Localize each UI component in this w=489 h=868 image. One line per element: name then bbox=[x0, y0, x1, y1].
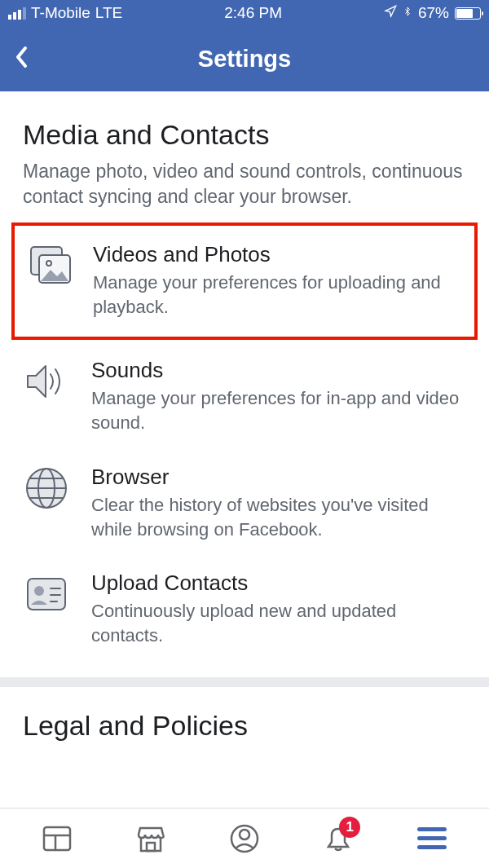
tab-marketplace[interactable] bbox=[132, 820, 170, 857]
battery-icon bbox=[455, 7, 481, 20]
tab-notifications[interactable]: 1 bbox=[319, 820, 357, 857]
setting-title: Upload Contacts bbox=[91, 571, 466, 596]
setting-desc: Clear the history of websites you've vis… bbox=[91, 493, 466, 541]
settings-item-upload-contacts[interactable]: Upload Contacts Continuously upload new … bbox=[0, 556, 489, 662]
photos-icon bbox=[28, 242, 75, 289]
status-right: 67% bbox=[384, 4, 481, 23]
sounds-icon bbox=[23, 358, 70, 405]
notification-badge: 1 bbox=[339, 817, 360, 838]
header: Settings bbox=[0, 26, 489, 91]
section-subtitle: Manage photo, video and sound controls, … bbox=[23, 159, 466, 209]
back-button[interactable] bbox=[15, 46, 28, 72]
tab-bar: 1 bbox=[0, 808, 489, 868]
battery-percent-label: 67% bbox=[418, 4, 449, 22]
status-bar: T-Mobile LTE 2:46 PM 67% bbox=[0, 0, 489, 26]
profile-icon bbox=[228, 822, 261, 855]
svg-point-2 bbox=[46, 261, 51, 266]
tab-news-feed[interactable] bbox=[38, 820, 76, 857]
legal-section-title: Legal and Policies bbox=[23, 710, 466, 742]
section-divider bbox=[0, 677, 489, 687]
tab-menu[interactable] bbox=[413, 820, 451, 857]
settings-item-browser[interactable]: Browser Clear the history of websites yo… bbox=[0, 450, 489, 556]
news-feed-icon bbox=[41, 822, 73, 855]
svg-point-18 bbox=[240, 830, 249, 839]
status-left: T-Mobile LTE bbox=[8, 4, 122, 22]
svg-rect-13 bbox=[44, 827, 70, 850]
svg-point-9 bbox=[34, 586, 44, 596]
setting-desc: Continuously upload new and updated cont… bbox=[91, 599, 466, 647]
legal-section-header: Legal and Policies bbox=[0, 687, 489, 750]
svg-rect-16 bbox=[147, 843, 155, 851]
marketplace-icon bbox=[134, 822, 168, 856]
setting-title: Sounds bbox=[91, 358, 466, 383]
chevron-left-icon bbox=[15, 46, 28, 68]
hamburger-icon bbox=[417, 827, 447, 849]
bluetooth-icon bbox=[403, 4, 412, 23]
clock-label: 2:46 PM bbox=[224, 4, 282, 22]
section-title: Media and Contacts bbox=[23, 119, 466, 151]
page-title: Settings bbox=[198, 46, 291, 73]
setting-title: Browser bbox=[91, 465, 466, 490]
setting-desc: Manage your preferences for in-app and v… bbox=[91, 386, 466, 434]
content-scroll[interactable]: Media and Contacts Manage photo, video a… bbox=[0, 91, 489, 808]
settings-item-sounds[interactable]: Sounds Manage your preferences for in-ap… bbox=[0, 343, 489, 449]
carrier-label: T-Mobile bbox=[31, 4, 90, 22]
setting-desc: Manage your preferences for uploading an… bbox=[93, 271, 461, 319]
network-label: LTE bbox=[95, 4, 122, 22]
contacts-icon bbox=[23, 571, 70, 618]
settings-item-videos-photos[interactable]: Videos and Photos Manage your preference… bbox=[11, 223, 478, 340]
browser-icon bbox=[23, 465, 70, 512]
signal-bars-icon bbox=[8, 7, 26, 20]
location-icon bbox=[384, 4, 397, 22]
setting-title: Videos and Photos bbox=[93, 242, 461, 267]
section-header: Media and Contacts Manage photo, video a… bbox=[0, 91, 489, 221]
tab-profile[interactable] bbox=[226, 820, 263, 857]
